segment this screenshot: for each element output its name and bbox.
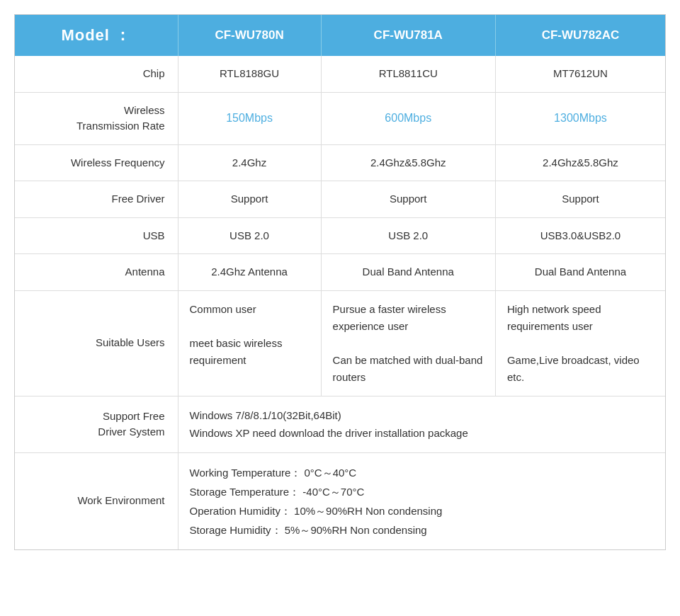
suitable-col3: High network speed requirements user Gam… [495, 290, 665, 396]
usb-col2: USB 2.0 [321, 217, 495, 254]
frequency-col3: 2.4Ghz&5.8Ghz [495, 144, 665, 181]
antenna-col3: Dual Band Antenna [495, 254, 665, 291]
work-environment-label: Work Environment [15, 452, 178, 549]
transmission-rate-row: WirelessTransmission Rate 150Mbps 600Mbp… [15, 92, 665, 144]
usb-label: USB [15, 217, 178, 254]
rate-col3: 1300Mbps [495, 92, 665, 144]
suitable-users-label: Suitable Users [15, 290, 178, 396]
usb-col3: USB3.0&USB2.0 [495, 217, 665, 254]
suitable-col1: Common user meet basic wireless requirem… [178, 290, 321, 396]
free-driver-col1: Support [178, 181, 321, 218]
col3-header: CF-WU782AC [495, 15, 665, 56]
suitable-users-row: Suitable Users Common user meet basic wi… [15, 290, 665, 396]
antenna-col1: 2.4Ghz Antenna [178, 254, 321, 291]
usb-row: USB USB 2.0 USB 2.0 USB3.0&USB2.0 [15, 217, 665, 254]
support-driver-row: Support FreeDriver System Windows 7/8/8.… [15, 396, 665, 452]
free-driver-col3: Support [495, 181, 665, 218]
antenna-col2: Dual Band Antenna [321, 254, 495, 291]
frequency-col2: 2.4Ghz&5.8Ghz [321, 144, 495, 181]
suitable-col2: Pursue a faster wireless experience user… [321, 290, 495, 396]
chip-col2: RTL8811CU [321, 56, 495, 92]
antenna-label: Antenna [15, 254, 178, 291]
header-row: Model ： CF-WU780N CF-WU781A CF-WU782AC [15, 15, 665, 56]
rate-col1: 150Mbps [178, 92, 321, 144]
free-driver-col2: Support [321, 181, 495, 218]
frequency-row: Wireless Frequency 2.4Ghz 2.4Ghz&5.8Ghz … [15, 144, 665, 181]
comparison-table: Model ： CF-WU780N CF-WU781A CF-WU782AC C… [14, 14, 666, 550]
model-label: Model ： [15, 15, 178, 56]
antenna-row: Antenna 2.4Ghz Antenna Dual Band Antenna… [15, 254, 665, 291]
free-driver-row: Free Driver Support Support Support [15, 181, 665, 218]
frequency-label: Wireless Frequency [15, 144, 178, 181]
support-driver-label: Support FreeDriver System [15, 396, 178, 452]
support-driver-content: Windows 7/8/8.1/10(32Bit,64Bit) Windows … [178, 396, 665, 452]
chip-col1: RTL8188GU [178, 56, 321, 92]
col2-header: CF-WU781A [321, 15, 495, 56]
work-environment-row: Work Environment Working Temperature： 0°… [15, 452, 665, 549]
rate-col2: 600Mbps [321, 92, 495, 144]
transmission-rate-label: WirelessTransmission Rate [15, 92, 178, 144]
free-driver-label: Free Driver [15, 181, 178, 218]
usb-col1: USB 2.0 [178, 217, 321, 254]
chip-row: Chip RTL8188GU RTL8811CU MT7612UN [15, 56, 665, 92]
chip-label: Chip [15, 56, 178, 92]
frequency-col1: 2.4Ghz [178, 144, 321, 181]
chip-col3: MT7612UN [495, 56, 665, 92]
col1-header: CF-WU780N [178, 15, 321, 56]
work-environment-content: Working Temperature： 0°C～40°C Storage Te… [178, 452, 665, 549]
